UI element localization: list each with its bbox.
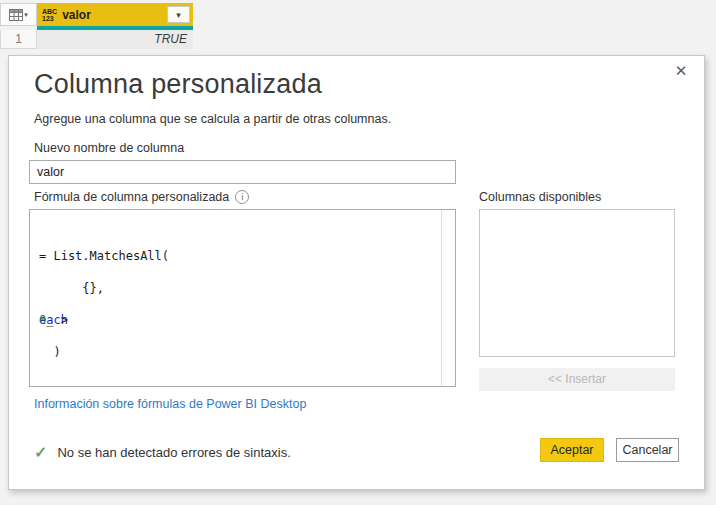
column-type-any-icon[interactable]: ABC123 — [42, 8, 57, 22]
insert-column-button[interactable]: << Insertar — [479, 368, 675, 391]
column-name: valor — [62, 8, 167, 22]
status-text: No se han detectado errores de sintaxis. — [57, 445, 290, 460]
formula-label-row: Fórmula de columna personalizada i — [34, 190, 249, 204]
cancel-button[interactable]: Cancelar — [616, 438, 679, 462]
formula-editor[interactable]: = List.MatchesAll( {}, each _ > 0 ) — [29, 209, 456, 387]
row-value-cell[interactable]: TRUE — [37, 30, 193, 49]
page-title: Columna personalizada — [34, 69, 322, 100]
row-number[interactable]: 1 — [0, 30, 37, 49]
check-icon: ✓ — [34, 443, 47, 462]
table-menu-caret-icon: ▾ — [24, 11, 28, 18]
query-preview-table: ▾ ABC123 valor ▾ 1 TRUE — [0, 3, 193, 49]
available-columns-list[interactable] — [479, 209, 675, 357]
table-header-row: ▾ ABC123 valor ▾ — [0, 3, 193, 26]
table-grid-icon — [9, 9, 23, 21]
new-column-name-label: Nuevo nombre de columna — [34, 141, 184, 155]
dialog-subtitle: Agregue una columna que se calcula a par… — [34, 112, 391, 126]
info-icon[interactable]: i — [235, 190, 249, 204]
formula-scrollbar[interactable] — [441, 210, 455, 386]
syntax-status: ✓ No se han detectado errores de sintaxi… — [34, 443, 291, 462]
new-column-name-input[interactable] — [29, 160, 456, 184]
custom-column-dialog: ✕ Columna personalizada Agregue una colu… — [8, 55, 705, 490]
close-icon[interactable]: ✕ — [671, 61, 691, 81]
chevron-down-icon: ▾ — [176, 10, 181, 20]
accept-button[interactable]: Aceptar — [540, 438, 604, 462]
formula-help-link[interactable]: Información sobre fórmulas de Power BI D… — [34, 397, 306, 411]
formula-label: Fórmula de columna personalizada — [34, 190, 229, 204]
available-columns-label: Columnas disponibles — [479, 190, 601, 204]
column-header-valor[interactable]: ABC123 valor ▾ — [37, 3, 193, 26]
formula-code: = List.MatchesAll( {}, each _ > 0 ) — [30, 210, 440, 386]
column-filter-dropdown-button[interactable]: ▾ — [167, 6, 190, 23]
table-row: 1 TRUE — [0, 30, 193, 49]
table-select-all-button[interactable]: ▾ — [0, 3, 37, 26]
